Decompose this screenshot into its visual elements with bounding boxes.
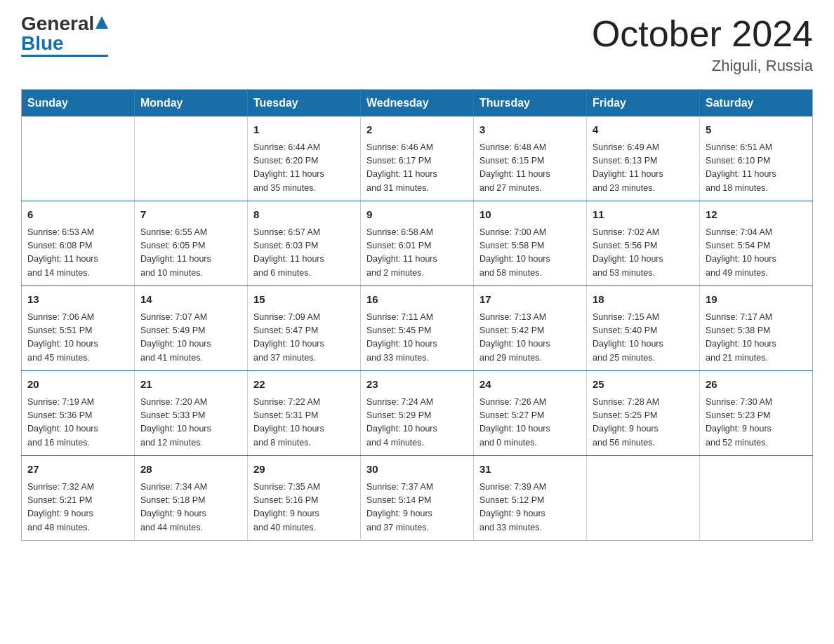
weekday-header-sunday: Sunday bbox=[22, 90, 135, 117]
calendar-cell: 22Sunrise: 7:22 AM Sunset: 5:31 PM Dayli… bbox=[248, 371, 361, 456]
svg-marker-0 bbox=[95, 16, 108, 29]
calendar-cell: 20Sunrise: 7:19 AM Sunset: 5:36 PM Dayli… bbox=[22, 371, 135, 456]
day-number: 4 bbox=[593, 122, 694, 138]
calendar-cell: 13Sunrise: 7:06 AM Sunset: 5:51 PM Dayli… bbox=[22, 286, 135, 371]
day-info: Sunrise: 6:53 AM Sunset: 6:08 PM Dayligh… bbox=[27, 226, 128, 281]
calendar-cell: 3Sunrise: 6:48 AM Sunset: 6:15 PM Daylig… bbox=[474, 116, 587, 201]
day-info: Sunrise: 6:51 AM Sunset: 6:10 PM Dayligh… bbox=[706, 141, 807, 196]
day-info: Sunrise: 7:32 AM Sunset: 5:21 PM Dayligh… bbox=[27, 481, 128, 535]
day-info: Sunrise: 7:00 AM Sunset: 5:58 PM Dayligh… bbox=[479, 226, 581, 281]
calendar-cell: 31Sunrise: 7:39 AM Sunset: 5:12 PM Dayli… bbox=[474, 456, 587, 541]
calendar-cell: 9Sunrise: 6:58 AM Sunset: 6:01 PM Daylig… bbox=[361, 201, 474, 286]
calendar-cell: 7Sunrise: 6:55 AM Sunset: 6:05 PM Daylig… bbox=[135, 201, 248, 286]
calendar-cell: 6Sunrise: 6:53 AM Sunset: 6:08 PM Daylig… bbox=[22, 201, 135, 286]
day-info: Sunrise: 7:37 AM Sunset: 5:14 PM Dayligh… bbox=[366, 481, 468, 535]
day-info: Sunrise: 7:34 AM Sunset: 5:18 PM Dayligh… bbox=[140, 481, 241, 535]
logo-triangle-icon bbox=[95, 16, 108, 29]
day-number: 15 bbox=[253, 292, 355, 308]
calendar-cell bbox=[587, 456, 700, 541]
day-info: Sunrise: 7:35 AM Sunset: 5:16 PM Dayligh… bbox=[253, 481, 355, 535]
day-number: 25 bbox=[593, 377, 694, 393]
weekday-header-wednesday: Wednesday bbox=[361, 90, 474, 117]
day-number: 20 bbox=[27, 377, 128, 393]
calendar-cell: 8Sunrise: 6:57 AM Sunset: 6:03 PM Daylig… bbox=[248, 201, 361, 286]
day-info: Sunrise: 7:07 AM Sunset: 5:49 PM Dayligh… bbox=[140, 311, 241, 365]
day-info: Sunrise: 7:13 AM Sunset: 5:42 PM Dayligh… bbox=[479, 311, 581, 365]
calendar-cell: 1Sunrise: 6:44 AM Sunset: 6:20 PM Daylig… bbox=[248, 116, 361, 201]
day-info: Sunrise: 7:24 AM Sunset: 5:29 PM Dayligh… bbox=[366, 396, 468, 450]
day-number: 19 bbox=[706, 292, 807, 308]
calendar-cell bbox=[22, 116, 135, 201]
day-number: 7 bbox=[140, 207, 241, 223]
calendar-cell: 15Sunrise: 7:09 AM Sunset: 5:47 PM Dayli… bbox=[248, 286, 361, 371]
day-info: Sunrise: 6:49 AM Sunset: 6:13 PM Dayligh… bbox=[593, 141, 694, 196]
day-number: 27 bbox=[27, 462, 128, 478]
day-number: 14 bbox=[140, 292, 241, 308]
day-info: Sunrise: 7:28 AM Sunset: 5:25 PM Dayligh… bbox=[593, 396, 694, 450]
day-info: Sunrise: 7:09 AM Sunset: 5:47 PM Dayligh… bbox=[253, 311, 355, 365]
day-info: Sunrise: 7:02 AM Sunset: 5:56 PM Dayligh… bbox=[593, 226, 694, 281]
day-number: 10 bbox=[479, 207, 581, 223]
calendar-cell: 10Sunrise: 7:00 AM Sunset: 5:58 PM Dayli… bbox=[474, 201, 587, 286]
day-info: Sunrise: 6:48 AM Sunset: 6:15 PM Dayligh… bbox=[479, 141, 581, 196]
calendar-table: SundayMondayTuesdayWednesdayThursdayFrid… bbox=[21, 89, 813, 541]
day-info: Sunrise: 7:20 AM Sunset: 5:33 PM Dayligh… bbox=[140, 396, 241, 450]
day-number: 28 bbox=[140, 462, 241, 478]
calendar-cell: 19Sunrise: 7:17 AM Sunset: 5:38 PM Dayli… bbox=[700, 286, 813, 371]
day-number: 23 bbox=[366, 377, 468, 393]
calendar-cell: 29Sunrise: 7:35 AM Sunset: 5:16 PM Dayli… bbox=[248, 456, 361, 541]
day-info: Sunrise: 7:11 AM Sunset: 5:45 PM Dayligh… bbox=[366, 311, 468, 365]
day-info: Sunrise: 7:26 AM Sunset: 5:27 PM Dayligh… bbox=[479, 396, 581, 450]
calendar-cell: 16Sunrise: 7:11 AM Sunset: 5:45 PM Dayli… bbox=[361, 286, 474, 371]
day-number: 22 bbox=[253, 377, 355, 393]
day-info: Sunrise: 6:58 AM Sunset: 6:01 PM Dayligh… bbox=[366, 226, 468, 281]
weekday-header-row: SundayMondayTuesdayWednesdayThursdayFrid… bbox=[22, 90, 813, 117]
day-number: 5 bbox=[706, 122, 807, 138]
day-info: Sunrise: 7:39 AM Sunset: 5:12 PM Dayligh… bbox=[479, 481, 581, 535]
calendar-cell: 21Sunrise: 7:20 AM Sunset: 5:33 PM Dayli… bbox=[135, 371, 248, 456]
day-number: 21 bbox=[140, 377, 241, 393]
calendar-cell: 5Sunrise: 6:51 AM Sunset: 6:10 PM Daylig… bbox=[700, 116, 813, 201]
calendar-cell: 18Sunrise: 7:15 AM Sunset: 5:40 PM Dayli… bbox=[587, 286, 700, 371]
logo: General Blue bbox=[21, 14, 108, 57]
day-info: Sunrise: 6:57 AM Sunset: 6:03 PM Dayligh… bbox=[253, 226, 355, 281]
calendar-cell: 28Sunrise: 7:34 AM Sunset: 5:18 PM Dayli… bbox=[135, 456, 248, 541]
logo-blue-text: Blue bbox=[21, 34, 64, 53]
day-number: 30 bbox=[366, 462, 468, 478]
day-number: 17 bbox=[479, 292, 581, 308]
calendar-cell: 4Sunrise: 6:49 AM Sunset: 6:13 PM Daylig… bbox=[587, 116, 700, 201]
calendar-cell bbox=[135, 116, 248, 201]
location-title: Zhiguli, Russia bbox=[592, 57, 813, 75]
day-info: Sunrise: 7:19 AM Sunset: 5:36 PM Dayligh… bbox=[27, 396, 128, 450]
day-number: 9 bbox=[366, 207, 468, 223]
day-number: 13 bbox=[27, 292, 128, 308]
week-row-1: 1Sunrise: 6:44 AM Sunset: 6:20 PM Daylig… bbox=[22, 116, 813, 201]
day-number: 11 bbox=[593, 207, 694, 223]
calendar-cell: 14Sunrise: 7:07 AM Sunset: 5:49 PM Dayli… bbox=[135, 286, 248, 371]
day-number: 12 bbox=[706, 207, 807, 223]
day-number: 2 bbox=[366, 122, 468, 138]
weekday-header-saturday: Saturday bbox=[700, 90, 813, 117]
page-header: General Blue October 2024 Zhiguli, Russi… bbox=[21, 14, 813, 75]
weekday-header-thursday: Thursday bbox=[474, 90, 587, 117]
day-info: Sunrise: 7:22 AM Sunset: 5:31 PM Dayligh… bbox=[253, 396, 355, 450]
week-row-2: 6Sunrise: 6:53 AM Sunset: 6:08 PM Daylig… bbox=[22, 201, 813, 286]
title-area: October 2024 Zhiguli, Russia bbox=[592, 14, 813, 75]
week-row-4: 20Sunrise: 7:19 AM Sunset: 5:36 PM Dayli… bbox=[22, 371, 813, 456]
week-row-5: 27Sunrise: 7:32 AM Sunset: 5:21 PM Dayli… bbox=[22, 456, 813, 541]
day-number: 24 bbox=[479, 377, 581, 393]
day-info: Sunrise: 6:46 AM Sunset: 6:17 PM Dayligh… bbox=[366, 141, 468, 196]
day-number: 8 bbox=[253, 207, 355, 223]
day-info: Sunrise: 7:15 AM Sunset: 5:40 PM Dayligh… bbox=[593, 311, 694, 365]
day-number: 1 bbox=[253, 122, 355, 138]
calendar-cell: 23Sunrise: 7:24 AM Sunset: 5:29 PM Dayli… bbox=[361, 371, 474, 456]
month-title: October 2024 bbox=[592, 14, 813, 54]
day-info: Sunrise: 7:06 AM Sunset: 5:51 PM Dayligh… bbox=[27, 311, 128, 365]
day-number: 29 bbox=[253, 462, 355, 478]
calendar-cell: 24Sunrise: 7:26 AM Sunset: 5:27 PM Dayli… bbox=[474, 371, 587, 456]
week-row-3: 13Sunrise: 7:06 AM Sunset: 5:51 PM Dayli… bbox=[22, 286, 813, 371]
calendar-cell: 17Sunrise: 7:13 AM Sunset: 5:42 PM Dayli… bbox=[474, 286, 587, 371]
day-info: Sunrise: 7:17 AM Sunset: 5:38 PM Dayligh… bbox=[706, 311, 807, 365]
calendar-cell: 25Sunrise: 7:28 AM Sunset: 5:25 PM Dayli… bbox=[587, 371, 700, 456]
calendar-cell: 27Sunrise: 7:32 AM Sunset: 5:21 PM Dayli… bbox=[22, 456, 135, 541]
